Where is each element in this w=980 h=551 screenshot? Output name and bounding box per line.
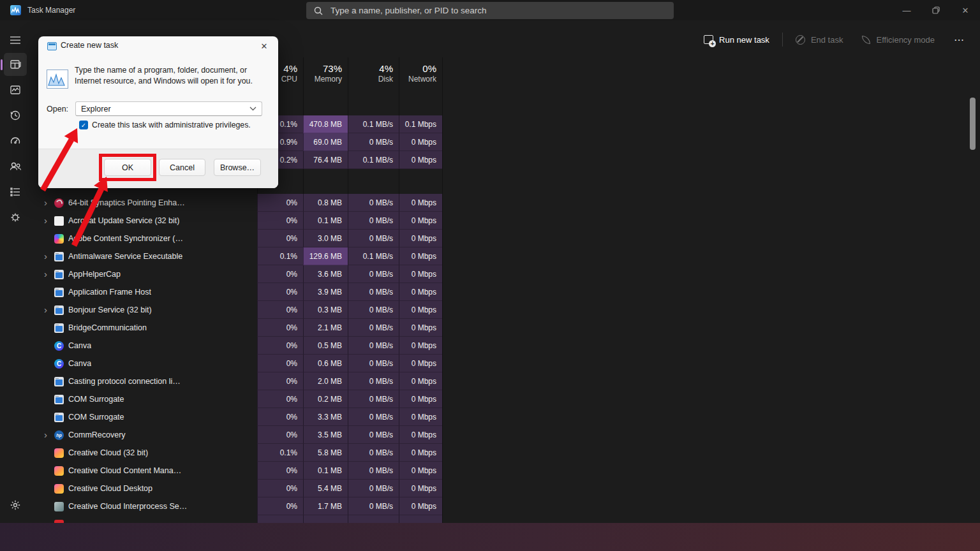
column-header-memory[interactable]: 73%Memory (303, 57, 348, 89)
column-header-network[interactable]: 0%Network (399, 57, 442, 89)
table-row[interactable]: ›Acrobat Update Service (32 bit)0%0.1 MB… (38, 212, 442, 230)
cpu-cell: 0% (257, 497, 303, 515)
net-cell: 0.1 Mbps (399, 115, 442, 133)
column-header-disk[interactable]: 4%Disk (348, 57, 399, 89)
canva-app-icon (54, 359, 64, 369)
end-task-button[interactable]: End task (789, 32, 850, 48)
cpu-cell: 0% (257, 265, 303, 283)
window-app-icon (54, 377, 64, 386)
menu-button[interactable] (4, 29, 27, 52)
run-new-task-button[interactable]: Run new task (697, 32, 776, 48)
close-button[interactable]: ✕ (951, 0, 980, 20)
expand-chevron-icon[interactable]: › (41, 301, 50, 319)
sidebar-item-processes[interactable] (4, 53, 27, 76)
table-row[interactable]: ›CommRecovery0%3.5 MB0 MB/s0 Mbps (38, 426, 442, 444)
table-row[interactable]: ›Bonjour Service (32 bit)0%0.3 MB0 MB/s0… (38, 301, 442, 319)
table-row[interactable]: Casting protocol connection li…0%2.0 MB0… (38, 372, 442, 390)
sidebar-item-users[interactable] (4, 155, 27, 178)
net-cell: 0 Mbps (399, 230, 442, 247)
admin-privileges-checkbox[interactable]: ✓ (79, 121, 88, 129)
active-page-accent (1, 59, 3, 70)
search-input[interactable] (330, 6, 666, 15)
expand-chevron-icon[interactable]: › (41, 194, 50, 212)
process-name: Creative Cloud Interprocess Se… (68, 502, 187, 511)
task-manager-app-icon (10, 5, 21, 15)
scrollbar-thumb[interactable] (970, 98, 976, 150)
mem-cell: 0.3 MB (303, 301, 348, 319)
sidebar-item-performance[interactable] (4, 78, 27, 101)
browse-button[interactable]: Browse… (214, 159, 261, 176)
net-cell: 0 Mbps (399, 133, 442, 151)
mem-cell: 3.0 MB (303, 230, 348, 247)
net-cell: 0 Mbps (399, 390, 442, 408)
expand-chevron-icon[interactable]: › (41, 426, 50, 444)
net-cell: 0 Mbps (399, 462, 442, 480)
sidebar-item-startup-apps[interactable] (4, 129, 27, 152)
window-app-icon (54, 288, 64, 297)
cpu-cell: 0% (257, 212, 303, 230)
maximize-button[interactable] (921, 0, 951, 20)
cpu-cell: 0% (257, 390, 303, 408)
mem-cell: 69.0 MB (303, 133, 348, 151)
net-cell: 0 Mbps (399, 151, 442, 169)
disk-cell: 0 MB/s (348, 426, 399, 444)
disk-cell: 0 MB/s (348, 230, 399, 247)
table-row[interactable]: Application Frame Host0%3.9 MB0 MB/s0 Mb… (38, 283, 442, 301)
expand-chevron-icon[interactable]: › (41, 247, 50, 265)
mem-cell: 0.1 MB (303, 212, 348, 230)
expand-chevron-icon[interactable]: › (41, 212, 50, 230)
disk-cell: 0.1 MB/s (348, 115, 399, 133)
table-row[interactable]: Creative Cloud Interprocess Se…0%1.7 MB0… (38, 497, 442, 515)
open-combobox[interactable]: Explorer (75, 101, 262, 116)
dialog-close-button[interactable]: ✕ (256, 39, 272, 53)
window-app-icon (54, 270, 64, 279)
sidebar-item-details[interactable] (4, 180, 27, 203)
mem-cell: 2.0 MB (303, 372, 348, 390)
table-row[interactable]: ›Antimalware Service Executable0.1%129.6… (38, 247, 442, 265)
table-row[interactable]: BridgeCommunication0%2.1 MB0 MB/s0 Mbps (38, 319, 442, 337)
settings-button[interactable] (4, 494, 27, 517)
disk-cell: 0 MB/s (348, 319, 399, 337)
sidebar-item-app-history[interactable] (4, 104, 27, 127)
more-options-button[interactable]: ⋯ (947, 31, 971, 49)
net-cell: 0 Mbps (399, 283, 442, 301)
table-row[interactable]: Canva0%0.6 MB0 MB/s0 Mbps (38, 355, 442, 372)
cancel-button[interactable]: Cancel (159, 159, 205, 176)
table-row[interactable]: COM Surrogate0%0.2 MB0 MB/s0 Mbps (38, 390, 442, 408)
table-row[interactable]: Adobe Content Synchronizer (…0%3.0 MB0 M… (38, 230, 442, 247)
expand-chevron-icon[interactable]: › (41, 265, 50, 283)
table-row[interactable]: ›AppHelperCap0%3.6 MB0 MB/s0 Mbps (38, 265, 442, 283)
table-row[interactable]: Canva0%0.5 MB0 MB/s0 Mbps (38, 337, 442, 355)
process-name: 64-bit Synaptics Pointing Enha… (68, 198, 185, 207)
table-row[interactable]: Creative Cloud Desktop0%5.4 MB0 MB/s0 Mb… (38, 480, 442, 497)
minimize-button[interactable]: — (892, 0, 921, 20)
disk-cell: 0 MB/s (348, 265, 399, 283)
mem-cell: 3.9 MB (303, 283, 348, 301)
performance-icon (10, 84, 21, 96)
cpu-cell: 0.1% (257, 247, 303, 265)
mem-cell: 0.1 MB (303, 462, 348, 480)
background-process-rows: ›64-bit Synaptics Pointing Enha…0%0.8 MB… (38, 194, 442, 515)
table-row[interactable]: Creative Cloud Content Mana…0%0.1 MB0 MB… (38, 462, 442, 480)
process-name: Bonjour Service (32 bit) (68, 305, 152, 314)
navigation-sidebar (0, 20, 31, 523)
mem-cell: 0.6 MB (303, 355, 348, 372)
sidebar-item-services[interactable] (4, 206, 27, 229)
ellipsis-icon: ⋯ (954, 34, 965, 46)
mem-cell: 470.8 MB (303, 115, 348, 133)
dialog-title: Create new task (61, 41, 118, 50)
cpu-cell: 0% (257, 480, 303, 497)
cc-app-icon (54, 448, 64, 458)
efficiency-mode-button[interactable]: Efficiency mode (856, 32, 941, 48)
table-row[interactable] (38, 515, 442, 523)
admin-privileges-label: Create this task with administrative pri… (92, 121, 251, 129)
table-row[interactable]: ›64-bit Synaptics Pointing Enha…0%0.8 MB… (38, 194, 442, 212)
disk-cell: 0 MB/s (348, 283, 399, 301)
column-divider (442, 57, 443, 523)
syn-app-icon (54, 198, 64, 208)
table-row[interactable]: Creative Cloud (32 bit)0.1%5.8 MB0 MB/s0… (38, 444, 442, 462)
search-bar[interactable] (306, 2, 674, 19)
mem-cell: 76.4 MB (303, 151, 348, 169)
table-row[interactable]: COM Surrogate0%3.3 MB0 MB/s0 Mbps (38, 408, 442, 426)
hp-app-icon (54, 430, 64, 440)
